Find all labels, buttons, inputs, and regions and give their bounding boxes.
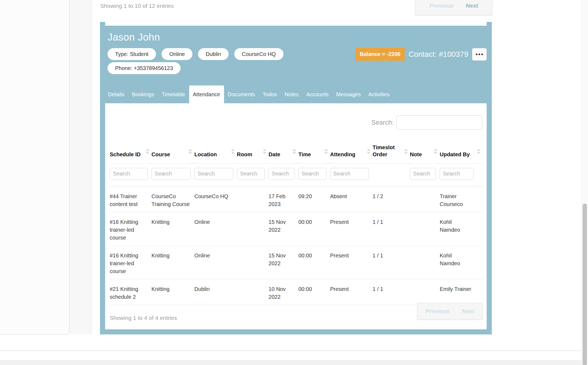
cell-schedule-id: #16 Knitting trainer-led course [110, 245, 152, 279]
sort-up-icon [263, 149, 266, 151]
tab-accounts[interactable]: Accounts [302, 85, 332, 103]
filter-input-room[interactable] [237, 168, 265, 180]
filter-cell [373, 163, 410, 186]
filter-input-attending[interactable] [330, 168, 369, 180]
contact-id: Contact: #100379 [409, 50, 468, 59]
table-row: #16 Knitting trainer-led courseKnittingO… [110, 212, 483, 245]
student-name: Jason John [108, 32, 160, 43]
filter-input-location[interactable] [194, 168, 233, 180]
column-header-updated-by[interactable]: Updated By [440, 138, 483, 163]
filter-cell [330, 163, 373, 186]
sort-up-icon [188, 149, 192, 151]
table-row: #21 Knitting schedule 2KnittingDublin10 … [110, 279, 483, 305]
tab-details[interactable]: Details [104, 85, 128, 103]
tab-activities[interactable]: Activities [365, 85, 393, 103]
cell-note [410, 245, 440, 279]
sort-icon [324, 149, 328, 154]
filter-input-date[interactable] [269, 168, 295, 180]
next-button[interactable]: Next [462, 308, 474, 314]
balance-badge: Balance = -2200 [355, 48, 405, 61]
cell-attending: Absent [330, 186, 373, 212]
cell-attending: Present [330, 279, 373, 305]
cell-date: 15 Nov 2022 [269, 245, 298, 279]
column-header-date[interactable]: Date [269, 138, 298, 163]
contacts-table-summary: Showing 1 to 10 of 12 entries [100, 3, 174, 9]
cell-room [237, 212, 269, 245]
tab-messages[interactable]: Messages [332, 85, 365, 103]
cell-location: Online [194, 212, 237, 245]
sidebar-panel [0, 0, 69, 334]
cell-timeslot-order: 1 / 1 [373, 245, 410, 279]
profile-badge: Phone: +353789456123 [108, 62, 181, 74]
table-search: Search: [371, 115, 482, 130]
column-label: Date [269, 151, 280, 157]
filter-input-time[interactable] [298, 168, 326, 180]
column-header-timeslot-order[interactable]: Timeslot Order [373, 138, 410, 163]
column-header-location[interactable]: Location [194, 138, 237, 163]
filter-input-note[interactable] [410, 168, 436, 180]
card-corner-left [100, 22, 105, 26]
tab-todos[interactable]: Todos [259, 85, 281, 103]
contacts-pagination: Previous Next [415, 0, 492, 15]
attendance-filter-row [110, 163, 483, 186]
more-options-button[interactable] [472, 48, 487, 61]
cell-course: Knitting [152, 212, 195, 245]
filter-input-course[interactable] [152, 168, 191, 180]
sort-icon [477, 149, 480, 154]
cell-updated-by: Kohil Namdeo [440, 212, 483, 245]
tab-attendance[interactable]: Attendance [189, 85, 224, 103]
sort-down-icon [404, 152, 408, 154]
tab-bookings[interactable]: Bookings [128, 85, 158, 103]
cell-time: 00:00 [298, 212, 330, 245]
student-profile-card: Jason John Type: StudentOnlineDublinCour… [100, 22, 492, 334]
badge-row: Type: StudentOnlineDublinCourseCo HQ [108, 48, 283, 60]
profile-header-right: Balance = -2200 Contact: #100379 [355, 48, 487, 61]
cell-time: 00:00 [298, 279, 330, 305]
column-header-course[interactable]: Course [152, 138, 195, 163]
column-header-note[interactable]: Note [410, 138, 440, 163]
attendance-table-summary: Showing 1 to 4 of 4 entries [110, 315, 177, 321]
attendance-pagination: Previous Next [417, 303, 483, 320]
column-label: Note [410, 151, 422, 157]
column-header-attending[interactable]: Attending [330, 138, 373, 163]
cell-updated-by: Emily Trainer [440, 279, 483, 305]
filter-cell [440, 163, 483, 186]
footer-divider [0, 351, 582, 351]
vertical-scrollbar[interactable] [582, 0, 588, 365]
sort-icon [188, 149, 192, 154]
scrollbar-thumb[interactable] [583, 204, 587, 365]
cell-room [237, 245, 269, 279]
footer-strip [0, 360, 588, 365]
sort-down-icon [292, 152, 296, 154]
previous-button[interactable]: Previous [426, 308, 450, 314]
filter-cell [269, 163, 298, 186]
tab-notes[interactable]: Notes [281, 85, 302, 103]
column-header-schedule-id[interactable]: Schedule ID [110, 138, 152, 163]
table-row: #16 Knitting trainer-led courseKnittingO… [110, 245, 483, 279]
sort-up-icon [324, 149, 328, 151]
column-header-room[interactable]: Room [237, 138, 269, 163]
tab-timetable[interactable]: Timetable [158, 85, 189, 103]
previous-button[interactable]: Previous [429, 2, 453, 9]
tab-documents[interactable]: Documents [224, 85, 259, 103]
column-label: Attending [330, 151, 355, 157]
ellipsis-icon [479, 54, 480, 55]
search-input[interactable] [396, 115, 482, 130]
filter-cell [298, 163, 330, 186]
next-button[interactable]: Next [466, 2, 478, 9]
profile-badge: Type: Student [108, 48, 156, 60]
column-label: Course [152, 151, 170, 157]
sort-down-icon [231, 152, 235, 154]
column-header-time[interactable]: Time [298, 138, 330, 163]
sort-up-icon [146, 149, 149, 151]
filter-input-updated-by[interactable] [440, 168, 473, 180]
sort-up-icon [231, 149, 235, 151]
sort-down-icon [324, 152, 328, 154]
column-label: Updated By [440, 151, 470, 157]
search-label: Search: [371, 119, 394, 126]
sort-up-icon [292, 149, 296, 151]
profile-badge: Online [162, 48, 192, 60]
cell-note [410, 279, 440, 305]
cell-attending: Present [330, 245, 373, 279]
filter-input-schedule-id[interactable] [110, 168, 148, 180]
